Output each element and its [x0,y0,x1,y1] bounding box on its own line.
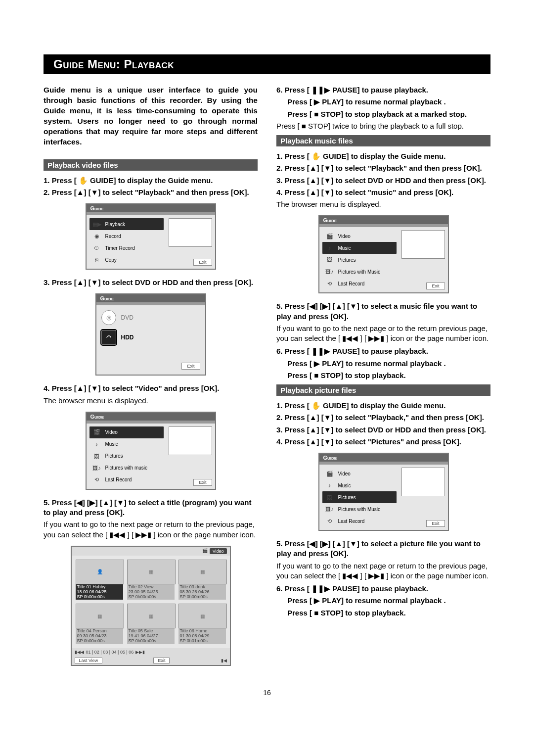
exit-button: Exit [153,658,170,663]
music-step-4: 4. Press [▲] [▼] to select "music" and p… [276,188,490,197]
picture-icon: 🖼 [324,255,335,264]
left-column: Guide menu is a unique user interface to… [44,85,258,674]
music-step-4-note: The browser menu is displayed. [276,199,490,209]
browser-item: ♪Music [322,479,397,491]
right-column: 6. Press [ ❚❚▶ PAUSE] to pause playback.… [276,85,490,674]
browser-item-label: Last Record [105,477,132,482]
figure-browser-music: Guide 🎬Video ♪Music 🖼Pictures 🖼♪Pictures… [318,215,449,293]
picmusic-icon: 🖼♪ [324,505,335,514]
figure-guide-playback: Guide ▦▶ Playback ◉ Record [86,203,216,270]
last-icon: ⟲ [324,517,335,525]
video-icon: 🎬 [324,232,335,240]
browser-item: 🖼Pictures [322,254,397,266]
browser-item: ⟲Last Record [322,278,397,289]
music-step-6b: Press [ ▶ PLAY] to resume normal playbac… [276,359,490,369]
copy-icon: ⎘ [91,255,102,264]
hdd-icon: ◠ [101,330,116,345]
exit-button: Exit [193,479,212,486]
browser-item: 🖼♪Pictures with Music [322,266,397,278]
figure-browser-pictures: Guide 🎬Video ♪Music 🖼Pictures 🖼♪Pictures… [318,453,449,531]
picture-step-5-note: If you want to go to the next page or re… [276,561,490,581]
video-step-6d: Press [ ■ STOP] twice to bring the playb… [276,121,490,131]
thumb-item: ▦ Title 04 Person09:30 05 04/23SP 0h00m0… [76,604,123,644]
picture-step-6a: 6. Press [ ❚❚▶ PAUSE] to pause playback. [276,584,490,594]
thumb-item: ▦ Title 06 Home01:30 08 04/29SP 0h01m00s [178,604,226,644]
thumb-item: 👤 Title 01 Hobby18:00 06 04/25SP 0h00m00… [76,560,123,600]
source-label: DVD [121,314,134,321]
browser-item: ⟲Last Record [322,515,397,527]
browser-item-label: Music [105,441,118,447]
picture-step-6b: Press [ ▶ PLAY] to resume normal playbac… [276,596,490,606]
picture-step-2: 2. Press [▲] [▼] to select "Playback," a… [276,413,490,423]
guide-item-label: Timer Record [105,245,135,251]
browser-item-label: Music [338,245,351,251]
browser-item: 🖼♪Pictures with Music [322,503,397,515]
preview-box [169,426,212,455]
music-step-1: 1. Press [ ✋ GUIDE] to display the Guide… [276,151,490,161]
browser-item-label: Pictures with Music [338,269,381,275]
browser-item: 🎬Video [322,230,397,242]
browser-item-label: Video [338,234,351,239]
figure-header: Guide [319,216,448,224]
guide-item-label: Copy [105,257,117,263]
browser-item: ♪Music [322,242,397,254]
browser-item: ⟲Last Record [89,474,164,486]
music-step-3: 3. Press [▲] [▼] to select DVD or HDD an… [276,176,490,186]
preview-box [401,230,445,259]
video-step-6a: 6. Press [ ❚❚▶ PAUSE] to pause playback. [276,85,490,95]
preview-box [401,468,445,496]
guide-item-record: ◉ Record [89,230,164,242]
exit-button: Exit [426,520,445,527]
playback-icon: ▦▶ [91,220,102,229]
figure-header: Guide [96,294,205,302]
picture-icon: 🖼 [324,493,335,502]
browser-item-label: Last Record [338,519,365,524]
source-label: HDD [121,334,134,341]
music-step-5: 5. Press [◀] [▶] [▲] [▼] to select a mus… [276,301,490,322]
disc-icon: ◎ [101,310,116,325]
figure-guide-source: Guide ◎ DVD ◠ HDD Exit [95,293,206,376]
music-step-2: 2. Press [▲] [▼] to select "Playback" an… [276,163,490,173]
music-step-5-note: If you want to go to the next page or to… [276,324,490,344]
browser-item-label: Pictures [338,257,356,263]
figure-header: Guide [319,454,448,462]
browser-item-label: Pictures with music [105,465,148,471]
browser-item-label: Video [338,471,351,476]
browser-item-label: Video [105,429,118,435]
picmusic-icon: 🖼♪ [91,464,102,472]
video-step-2: 2. Press [▲] [▼] to select "Playback" an… [44,188,258,197]
browser-item: 🖼Pictures [322,491,397,503]
picture-step-5: 5. Press [◀] [▶] [▲] [▼] to select a pic… [276,539,490,559]
section-heading-video: Playback video files [44,159,258,171]
exit-button: Exit [426,283,445,289]
video-step-5: 5. Press [◀] [▶] [▲] [▼] to select a tit… [44,498,258,518]
music-icon: ♪ [324,243,335,252]
video-icon: 🎬 [91,428,102,437]
guide-item-label: Playback [105,222,126,227]
picture-step-1: 1. Press [ ✋ GUIDE] to display the Guide… [276,401,490,411]
thumb-item: ▦ Title 02 View23:00 05 04/25SP 0h00m00s [127,560,175,600]
picture-step-3: 3. Press [▲] [▼] to select DVD or HDD an… [276,425,490,435]
thumb-media-icon: 🎬 [202,548,208,554]
music-icon: ♪ [324,481,335,490]
last-icon: ⟲ [91,475,102,484]
source-dvd: ◎ DVD [101,310,200,325]
figure-header: Guide [87,204,215,212]
guide-item-copy: ⎘ Copy [89,254,164,266]
browser-item-label: Last Record [338,281,365,286]
page-title: Guide Menu: Playback [44,54,490,74]
preview-box [169,218,212,247]
picture-step-6c: Press [ ■ STOP] to stop playback. [276,608,490,618]
video-step-6b: Press [ ▶ PLAY] to resume normal playbac… [276,97,490,107]
picture-icon: 🖼 [91,452,102,461]
browser-item: 🖼Pictures [89,450,164,462]
intro-text: Guide menu is a unique user interface to… [44,85,258,147]
page-number: 16 [44,689,490,697]
guide-item-timer: ⏲ Timer Record [89,242,164,254]
timer-icon: ⏲ [91,243,102,252]
video-step-1: 1. Press [ ✋ GUIDE] to display the Guide… [44,176,258,186]
guide-item-label: Record [105,234,121,239]
browser-item-label: Pictures [105,453,123,459]
video-icon: 🎬 [324,469,335,478]
music-step-6a: 6. Press [ ❚❚▶ PAUSE] to pause playback. [276,346,490,356]
